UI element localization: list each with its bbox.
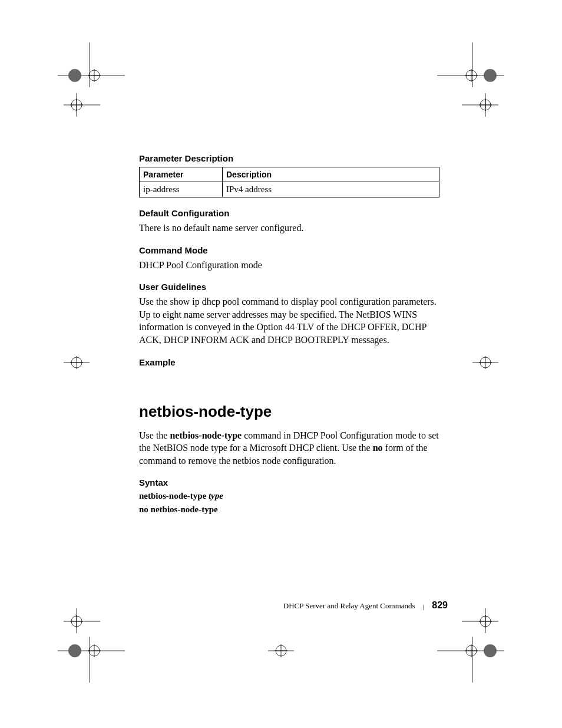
heading-default-configuration: Default Configuration xyxy=(139,208,439,218)
heading-parameter-description: Parameter Description xyxy=(139,153,439,163)
parameter-table: Parameter Description ip-address IPv4 ad… xyxy=(139,167,439,197)
syntax-command: netbios-node-type xyxy=(139,491,206,500)
table-cell-desc: IPv4 address xyxy=(223,182,439,197)
heading-example: Example xyxy=(139,357,439,367)
svg-point-53 xyxy=(480,616,491,627)
svg-point-50 xyxy=(466,645,477,656)
text-command-description: Use the netbios-node-type command in DHC… xyxy=(139,429,439,467)
heading-command-mode: Command Mode xyxy=(139,245,439,255)
svg-point-49 xyxy=(484,644,497,657)
svg-point-5 xyxy=(89,70,100,81)
text-no-bold: no xyxy=(373,443,383,453)
table-row: ip-address IPv4 address xyxy=(140,182,439,197)
syntax-line-2: no netbios-node-type xyxy=(139,505,439,515)
svg-point-23 xyxy=(71,357,82,368)
svg-point-35 xyxy=(89,645,100,656)
text-user-guidelines: Use the show ip dhcp pool command to dis… xyxy=(139,295,439,346)
footer-section-title: DHCP Server and Relay Agent Commands xyxy=(283,601,415,610)
page-footer: DHCP Server and Relay Agent Commands | 8… xyxy=(258,600,448,611)
svg-point-4 xyxy=(68,69,81,82)
footer-page-number: 829 xyxy=(432,600,448,610)
page-content: Parameter Description Parameter Descript… xyxy=(139,153,439,518)
text-default-configuration: There is no default name server configur… xyxy=(139,222,439,235)
footer-separator-icon: | xyxy=(423,603,424,610)
table-header-parameter: Parameter xyxy=(140,167,223,182)
table-cell-param: ip-address xyxy=(140,182,223,197)
svg-point-19 xyxy=(480,100,491,110)
svg-point-15 xyxy=(484,69,497,82)
text-command-mode: DHCP Pool Configuration mode xyxy=(139,259,439,272)
syntax-argument: type xyxy=(209,491,223,500)
heading-syntax: Syntax xyxy=(139,477,439,487)
svg-point-16 xyxy=(466,70,477,81)
heading-user-guidelines: User Guidelines xyxy=(139,282,439,292)
syntax-line-1: netbios-node-type type xyxy=(139,491,439,501)
svg-point-27 xyxy=(480,357,491,368)
table-header-description: Description xyxy=(223,167,439,182)
text-fragment: Use the xyxy=(139,430,170,440)
svg-point-8 xyxy=(71,100,82,110)
svg-point-38 xyxy=(71,616,82,627)
table-header-row: Parameter Description xyxy=(140,167,439,182)
text-command-bold: netbios-node-type xyxy=(170,430,242,440)
heading-command-name: netbios-node-type xyxy=(139,403,439,421)
svg-point-34 xyxy=(68,644,81,657)
svg-point-42 xyxy=(276,645,286,656)
